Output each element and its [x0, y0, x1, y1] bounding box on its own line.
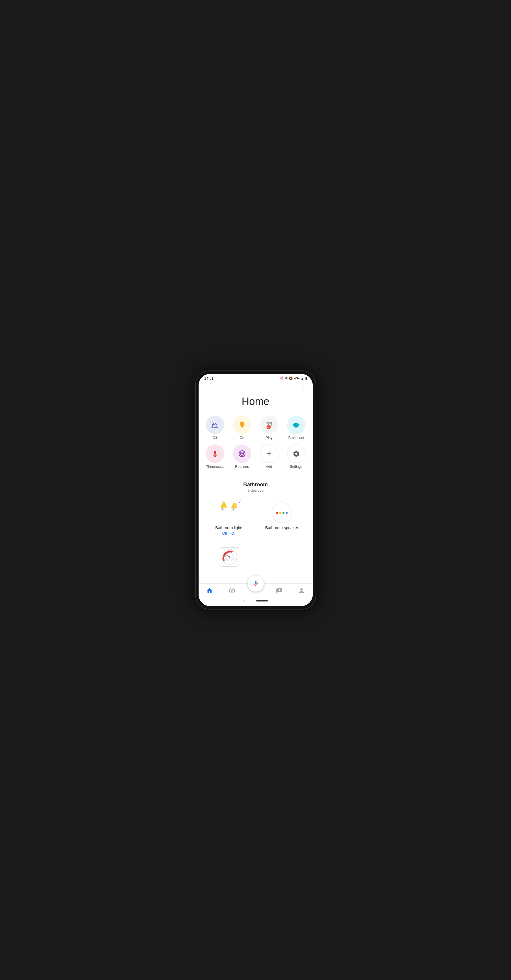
dot-red: [276, 512, 278, 514]
quick-label-routines: Routines: [235, 465, 249, 469]
phone-screen: 14:51 ⏰ ✱ 🔕 4G+ ▲ ▮ ⋮ Home: [199, 374, 313, 606]
svg-rect-7: [221, 509, 224, 509]
alarm-icon: ⏰: [280, 377, 284, 380]
device-grid: 7 Bathroom lights Off • On: [199, 494, 313, 542]
device-badge: 7: [236, 500, 242, 506]
nav-media[interactable]: [272, 586, 286, 595]
status-bar: 14:51 ⏰ ✱ 🔕 4G+ ▲ ▮: [199, 374, 313, 382]
explore-nav-icon: [229, 587, 236, 594]
page-title: Home: [199, 393, 313, 414]
lights-status-dot: •: [229, 532, 230, 535]
account-nav-icon: [298, 587, 305, 594]
bathroom-section-header: Bathroom 9 devices: [199, 477, 313, 494]
svg-marker-5: [220, 503, 227, 508]
settings-gear-icon: [293, 450, 300, 457]
nav-account[interactable]: [295, 586, 308, 595]
quick-item-on[interactable]: On: [229, 414, 256, 442]
svg-point-2: [297, 423, 298, 425]
empty-cell: [256, 542, 308, 572]
microphone-icon: [252, 580, 259, 587]
quick-circle-play: ⛔: [260, 416, 279, 434]
thermostat-img: [220, 547, 239, 566]
bathroom-subtitle: 9 devices: [203, 488, 308, 493]
fab-container: [248, 576, 264, 592]
thermostat-gauge-svg: [221, 548, 238, 565]
svg-text:⛔: ⛔: [266, 425, 271, 429]
quick-circle-on: [233, 416, 252, 434]
quick-label-on: On: [239, 436, 244, 440]
bulb-on-icon: [238, 421, 246, 429]
bathroom-title: Bathroom: [203, 482, 308, 488]
quick-circle-thermostat: [206, 444, 224, 463]
top-bar: ⋮: [199, 382, 313, 393]
quick-item-off[interactable]: Off: [201, 414, 229, 442]
nav-explore[interactable]: [225, 586, 239, 595]
quick-circle-settings: [287, 444, 306, 463]
dot-yellow: [279, 512, 281, 514]
status-time: 14:51: [204, 376, 214, 380]
thermostat-icon: [211, 450, 219, 458]
section-divider: [203, 476, 308, 476]
bathroom-lights-icon-wrap: 7: [216, 500, 242, 523]
quick-label-settings: Settings: [290, 465, 302, 469]
quick-label-off: Off: [213, 436, 217, 440]
routines-icon: [238, 450, 246, 458]
status-icons: ⏰ ✱ 🔕 4G+ ▲ ▮: [280, 377, 307, 380]
bathroom-speaker-name: Bathroom speaker: [265, 525, 298, 530]
quick-actions-grid: Off On ⛔: [199, 414, 313, 474]
svg-point-4: [241, 453, 243, 455]
svg-point-3: [214, 455, 215, 456]
quick-item-play[interactable]: ⛔ Play: [256, 414, 283, 442]
battery-icon: ▮: [305, 377, 307, 380]
media-nav-icon: [275, 587, 282, 594]
bell-off-icon: [211, 421, 219, 429]
quick-label-play: Play: [266, 436, 272, 440]
network-icon: 4G+: [294, 377, 299, 380]
bathroom-speaker-icon-wrap: [269, 500, 295, 523]
quick-item-thermostat[interactable]: Thermostat: [201, 442, 229, 471]
speaker-dots: [276, 512, 288, 514]
quick-label-thermostat: Thermostat: [206, 465, 224, 469]
lights-status-on[interactable]: On: [231, 531, 236, 536]
microphone-fab-button[interactable]: [248, 576, 264, 592]
music-off-icon: ⛔: [265, 421, 273, 429]
app-content: ⋮ Home Off: [199, 382, 313, 583]
quick-circle-off: [206, 416, 224, 434]
bathroom-lights-status: Off • On: [222, 531, 236, 536]
more-menu-button[interactable]: ⋮: [300, 384, 308, 393]
home-indicator[interactable]: [256, 600, 268, 601]
quick-item-settings[interactable]: Settings: [283, 442, 310, 471]
quick-label-broadcast: Broadcast: [288, 436, 304, 440]
phone-frame: 14:51 ⏰ ✱ 🔕 4G+ ▲ ▮ ⋮ Home: [195, 371, 316, 609]
quick-item-routines[interactable]: Routines: [229, 442, 256, 471]
thermostat-device-card[interactable]: [203, 542, 256, 572]
broadcast-icon: [292, 421, 301, 429]
dot-green: [282, 512, 285, 514]
signal-icon: ▲: [301, 377, 304, 380]
mute-icon: 🔕: [289, 377, 293, 380]
dot-blue: [286, 512, 288, 514]
thermostat-device-icon-wrap: [216, 545, 242, 568]
svg-point-1: [295, 424, 296, 426]
home-nav-icon: [206, 587, 213, 594]
bathroom-lights-name: Bathroom lights: [215, 525, 243, 530]
quick-label-add: Add: [266, 465, 272, 469]
svg-rect-11: [231, 509, 235, 511]
quick-circle-add: +: [260, 444, 279, 463]
speaker-circle: [272, 503, 292, 523]
bathroom-lights-card[interactable]: 7 Bathroom lights Off • On: [203, 496, 256, 539]
quick-item-add[interactable]: + Add: [256, 442, 283, 471]
bathroom-speaker-card[interactable]: Bathroom speaker: [256, 496, 308, 539]
back-button[interactable]: ‹: [243, 598, 245, 603]
bluetooth-icon: ✱: [285, 377, 288, 380]
quick-circle-routines: [233, 444, 252, 463]
quick-item-broadcast[interactable]: Broadcast: [283, 414, 310, 442]
nav-home[interactable]: [203, 586, 216, 595]
svg-point-18: [229, 556, 230, 558]
bottom-nav: [199, 583, 313, 596]
lights-status-off[interactable]: Off: [222, 531, 227, 536]
device-grid-row2: [199, 542, 313, 575]
quick-circle-broadcast: [287, 416, 306, 434]
system-nav: ‹: [199, 596, 313, 606]
